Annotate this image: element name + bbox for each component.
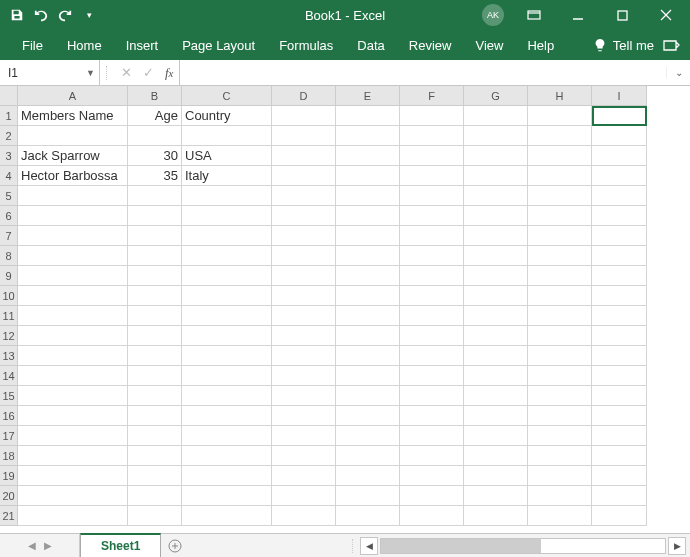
cell-D4[interactable] [272,166,336,186]
cell-D15[interactable] [272,386,336,406]
cell-B4[interactable]: 35 [128,166,182,186]
cell-G15[interactable] [464,386,528,406]
cell-A17[interactable] [18,426,128,446]
cell-H5[interactable] [528,186,592,206]
cell-H20[interactable] [528,486,592,506]
cell-G19[interactable] [464,466,528,486]
row-header-16[interactable]: 16 [0,406,18,426]
cell-E6[interactable] [336,206,400,226]
column-header-E[interactable]: E [336,86,400,106]
cell-D7[interactable] [272,226,336,246]
cell-I8[interactable] [592,246,647,266]
enter-formula-icon[interactable]: ✓ [143,65,154,80]
cell-I2[interactable] [592,126,647,146]
row-header-7[interactable]: 7 [0,226,18,246]
cell-H1[interactable] [528,106,592,126]
cell-F8[interactable] [400,246,464,266]
cell-B14[interactable] [128,366,182,386]
cell-B12[interactable] [128,326,182,346]
column-header-I[interactable]: I [592,86,647,106]
scroll-right-button[interactable]: ▶ [668,537,686,555]
cell-D2[interactable] [272,126,336,146]
cell-B9[interactable] [128,266,182,286]
cell-I14[interactable] [592,366,647,386]
ribbon-tab-home[interactable]: Home [55,32,114,59]
ribbon-display-options-icon[interactable] [514,0,554,30]
column-header-F[interactable]: F [400,86,464,106]
cell-G8[interactable] [464,246,528,266]
cell-G14[interactable] [464,366,528,386]
ribbon-tab-data[interactable]: Data [345,32,396,59]
cell-B2[interactable] [128,126,182,146]
cell-I13[interactable] [592,346,647,366]
cell-F12[interactable] [400,326,464,346]
cell-E17[interactable] [336,426,400,446]
cell-E4[interactable] [336,166,400,186]
cell-I12[interactable] [592,326,647,346]
cell-F17[interactable] [400,426,464,446]
cell-A21[interactable] [18,506,128,526]
cell-C19[interactable] [182,466,272,486]
cell-H14[interactable] [528,366,592,386]
row-header-5[interactable]: 5 [0,186,18,206]
cell-B13[interactable] [128,346,182,366]
cell-D12[interactable] [272,326,336,346]
cell-E8[interactable] [336,246,400,266]
cell-G9[interactable] [464,266,528,286]
cell-A13[interactable] [18,346,128,366]
cell-A2[interactable] [18,126,128,146]
cell-F16[interactable] [400,406,464,426]
select-all-corner[interactable] [0,86,18,106]
user-avatar[interactable]: AK [482,4,504,26]
cell-H19[interactable] [528,466,592,486]
redo-icon[interactable] [56,6,74,24]
cell-B6[interactable] [128,206,182,226]
cell-D20[interactable] [272,486,336,506]
cell-H2[interactable] [528,126,592,146]
cell-B15[interactable] [128,386,182,406]
cell-D21[interactable] [272,506,336,526]
cell-H21[interactable] [528,506,592,526]
row-header-12[interactable]: 12 [0,326,18,346]
column-header-B[interactable]: B [128,86,182,106]
cell-D1[interactable] [272,106,336,126]
cell-I15[interactable] [592,386,647,406]
cell-H7[interactable] [528,226,592,246]
cell-C20[interactable] [182,486,272,506]
cell-H9[interactable] [528,266,592,286]
cell-H12[interactable] [528,326,592,346]
formula-input[interactable] [180,60,666,85]
cell-C3[interactable]: USA [182,146,272,166]
cell-C15[interactable] [182,386,272,406]
cell-A11[interactable] [18,306,128,326]
cell-C12[interactable] [182,326,272,346]
cell-I16[interactable] [592,406,647,426]
cell-F9[interactable] [400,266,464,286]
cell-E12[interactable] [336,326,400,346]
cell-I6[interactable] [592,206,647,226]
cell-C1[interactable]: Country [182,106,272,126]
row-header-1[interactable]: 1 [0,106,18,126]
cell-E3[interactable] [336,146,400,166]
cell-F21[interactable] [400,506,464,526]
cell-D17[interactable] [272,426,336,446]
cell-G6[interactable] [464,206,528,226]
cell-I5[interactable] [592,186,647,206]
fx-icon[interactable]: fx [165,65,173,81]
cell-D8[interactable] [272,246,336,266]
column-header-G[interactable]: G [464,86,528,106]
cell-D18[interactable] [272,446,336,466]
cell-G20[interactable] [464,486,528,506]
cell-F5[interactable] [400,186,464,206]
cell-E7[interactable] [336,226,400,246]
cell-B20[interactable] [128,486,182,506]
row-header-8[interactable]: 8 [0,246,18,266]
cell-A3[interactable]: Jack Sparrow [18,146,128,166]
cell-F19[interactable] [400,466,464,486]
row-header-18[interactable]: 18 [0,446,18,466]
cell-G13[interactable] [464,346,528,366]
cell-A4[interactable]: Hector Barbossa [18,166,128,186]
cell-I19[interactable] [592,466,647,486]
cell-C2[interactable] [182,126,272,146]
column-header-H[interactable]: H [528,86,592,106]
